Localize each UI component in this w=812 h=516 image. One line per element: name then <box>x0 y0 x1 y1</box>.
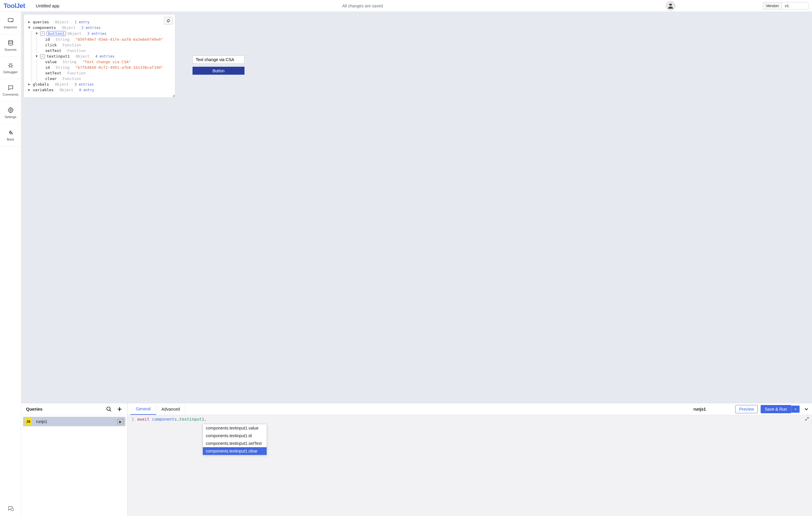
tree-meta: 4 entries <box>95 54 115 58</box>
sidebar-item-back[interactable]: Back <box>0 124 21 146</box>
run-query-button[interactable]: ▶ <box>117 419 124 424</box>
inspector-panel: ▶ queries Object 1 entry ▼ components Ob… <box>24 14 175 98</box>
tree-key: components <box>33 25 56 30</box>
tree-meta: 3 entries <box>87 32 107 36</box>
tree-row-ti-clear[interactable]: clear Function <box>40 76 172 82</box>
svg-point-4 <box>8 40 13 42</box>
sidebar-chat[interactable] <box>0 501 21 516</box>
tree-key: setText <box>45 71 61 75</box>
tree-meta: 0 entry <box>79 88 94 92</box>
resize-handle[interactable]: ◢ <box>172 94 175 97</box>
autocomplete-popup: components.textinput1.value components.t… <box>203 424 267 455</box>
tree-type: Object <box>76 54 89 58</box>
tree-type: Function <box>63 77 81 81</box>
chevron-down-icon[interactable]: ▼ <box>35 54 38 58</box>
version-selector[interactable]: Version v1 <box>763 2 808 9</box>
app-title[interactable]: Untitled app <box>36 3 59 8</box>
preview-button[interactable]: Preview <box>735 405 758 413</box>
tree-key: setText <box>45 49 61 53</box>
tree-type: String <box>63 60 77 64</box>
tree-type: Function <box>67 71 86 75</box>
sidebar-item-sources[interactable]: Sources <box>0 34 21 57</box>
autocomplete-option[interactable]: components.textinput1.value <box>203 424 267 432</box>
chevron-right-icon[interactable]: ▶ <box>27 20 31 24</box>
tab-general[interactable]: General <box>130 403 156 415</box>
expand-icon <box>805 417 809 421</box>
tree-type: String <box>56 37 69 41</box>
left-sidebar: Inspector Sources Debugger Comments Sett… <box>0 12 21 516</box>
gear-icon <box>7 107 14 113</box>
tree-key: globals <box>33 82 49 87</box>
line-number: 1 <box>127 417 137 422</box>
expand-editor-button[interactable] <box>805 417 809 422</box>
back-icon <box>7 129 14 136</box>
autocomplete-option[interactable]: components.textinput1.id <box>203 432 267 439</box>
button1-widget[interactable]: Button <box>193 67 244 75</box>
tree-row-ti-id[interactable]: id String "b7fb4840-0cf2-4991-afb8-1b133… <box>40 65 172 70</box>
avatar[interactable] <box>666 1 675 11</box>
tree-row-ti-value[interactable]: value String "Text change via CSA" <box>40 59 172 65</box>
tree-key: click <box>45 43 57 47</box>
tree-value: "Text change via CSA" <box>82 60 131 64</box>
sidebar-item-comments[interactable]: Comments <box>0 79 21 101</box>
version-value[interactable]: v1 <box>782 2 808 9</box>
query-editor-panel: General Advanced runjs1 Preview Save & R… <box>127 403 812 516</box>
queries-title: Queries <box>26 406 42 412</box>
tree-row-button1-id[interactable]: id String "850f40e7-93eb-41fe-aaf8-6a3e8… <box>40 37 172 42</box>
search-icon[interactable] <box>106 406 112 412</box>
sidebar-item-label: Settings <box>5 115 17 119</box>
svg-point-6 <box>10 109 11 111</box>
tree-row-button1-settext[interactable]: setText Function <box>40 48 172 54</box>
chevron-right-icon[interactable]: ▶ <box>27 88 31 92</box>
tree-row-components[interactable]: ▼ components Object 2 entries <box>27 25 172 30</box>
pin-icon <box>166 19 170 23</box>
svg-rect-2 <box>669 4 672 5</box>
sidebar-item-debugger[interactable]: Debugger <box>0 57 21 79</box>
tree-row-ti-settext[interactable]: setText Function <box>40 70 172 76</box>
svg-point-5 <box>9 64 12 67</box>
svg-rect-3 <box>8 18 13 22</box>
tree-type: Object <box>62 25 76 30</box>
tree-value: "850f40e7-93eb-41fe-aaf8-6a3e8e0740e0" <box>75 37 163 41</box>
version-label: Version <box>763 2 782 9</box>
tree-key: id <box>45 37 50 41</box>
chevron-down-icon[interactable]: ▼ <box>35 32 38 35</box>
autocomplete-option[interactable]: components.textinput1.setText <box>203 439 267 447</box>
tree-row-button1-click[interactable]: click Function <box>40 42 172 48</box>
comment-icon <box>7 84 14 91</box>
tree-row-textinput1[interactable]: ▼ ▭ textinput1 Object 4 entries <box>35 54 172 59</box>
tab-advanced[interactable]: Advanced <box>156 403 185 415</box>
chevron-right-icon[interactable]: ▶ <box>27 82 31 86</box>
save-run-button[interactable]: Save & Run <box>761 405 791 413</box>
tree-row-button1[interactable]: ▼ ▭ button1 Object 3 entries <box>35 30 172 37</box>
code-token: . <box>204 417 207 422</box>
chat-icon <box>7 505 14 512</box>
textinput1-widget[interactable] <box>193 56 244 64</box>
canvas[interactable]: ▶ queries Object 1 entry ▼ components Ob… <box>21 12 812 403</box>
code-editor[interactable]: 1 await components.textinput1. compone <box>127 415 812 516</box>
tree-key: button1 <box>47 31 66 36</box>
tree-meta: 1 entry <box>75 20 89 24</box>
query-item-runjs1[interactable]: JS runjs1 ▶ <box>23 417 125 426</box>
tree-key: textinput1 <box>47 54 70 58</box>
tree-row-queries[interactable]: ▶ queries Object 1 entry <box>27 19 172 25</box>
save-run-dropdown[interactable] <box>791 405 800 413</box>
tree-type: Function <box>63 43 81 47</box>
sidebar-item-label: Back <box>7 138 14 141</box>
pin-button[interactable] <box>164 17 173 25</box>
tree-row-globals[interactable]: ▶ globals Object 3 entries <box>27 82 172 87</box>
add-icon[interactable] <box>117 406 122 412</box>
logo[interactable]: ToolJet <box>4 2 25 10</box>
sidebar-item-settings[interactable]: Settings <box>0 101 21 124</box>
chevron-down-icon <box>794 407 797 411</box>
inspector-icon <box>7 17 14 24</box>
tree-row-variables[interactable]: ▶ variables Object 0 entry <box>27 87 172 93</box>
autocomplete-option[interactable]: components.textinput1.clear <box>203 447 267 455</box>
code-token: textinput1 <box>179 417 204 422</box>
tree-type: Object <box>68 31 82 36</box>
collapse-button[interactable] <box>804 406 809 412</box>
tree-type: Object <box>55 20 69 24</box>
tree-key: value <box>45 60 57 64</box>
chevron-down-icon[interactable]: ▼ <box>27 26 31 30</box>
sidebar-item-inspector[interactable]: Inspector <box>0 12 21 34</box>
